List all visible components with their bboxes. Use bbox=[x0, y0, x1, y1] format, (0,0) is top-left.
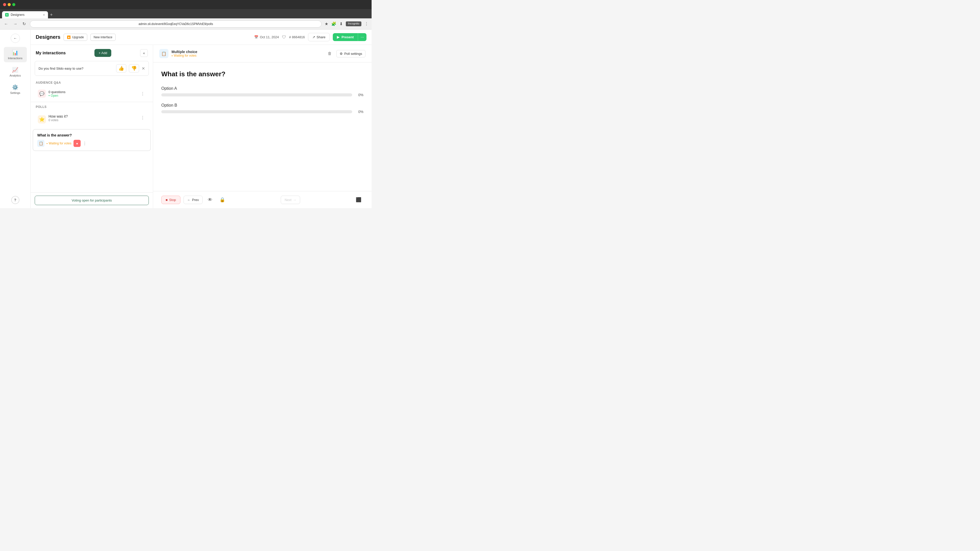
poll-waiting-status: Waiting for votes bbox=[172, 54, 323, 57]
tab-favicon: S bbox=[5, 13, 9, 17]
app-title: Designers bbox=[36, 34, 60, 40]
option-b-label: Option B bbox=[161, 103, 363, 108]
option-b-bar-container: 0% bbox=[161, 110, 363, 114]
interactions-panel: My interactions + Add « Do you find Slid… bbox=[30, 45, 153, 208]
reload-nav-button[interactable]: ↻ bbox=[21, 21, 27, 27]
header-event-code: # 8664816 bbox=[289, 35, 305, 39]
sidebar-item-analytics[interactable]: 📈 Analytics bbox=[4, 64, 27, 79]
present-button[interactable]: ▶ Present bbox=[333, 33, 358, 41]
add-interaction-button[interactable]: + Add bbox=[94, 49, 111, 57]
active-poll-status-row: 📋 Waiting for votes ■ ⋮ bbox=[37, 140, 146, 147]
present-icon: ▶ bbox=[337, 35, 339, 39]
poll-detail-header: 📋 Multiple choice Waiting for votes 🗑 ⚙ … bbox=[153, 45, 372, 62]
back-nav-button[interactable]: ← bbox=[3, 21, 9, 27]
stop-icon: ■ bbox=[165, 198, 168, 202]
poll-settings-button[interactable]: ⚙ Poll settings bbox=[336, 50, 366, 57]
polls-section-label: Polls bbox=[30, 103, 153, 111]
active-poll-card[interactable]: What is the answer? 📋 Waiting for votes … bbox=[33, 129, 151, 151]
sidebar: ← 📊 Interactions 📈 Analytics ⚙️ Settings… bbox=[0, 30, 30, 208]
tab-bar: S Designers ✕ + bbox=[0, 9, 372, 18]
new-interface-button[interactable]: New interface bbox=[90, 34, 116, 41]
close-window-button[interactable] bbox=[3, 3, 6, 6]
menu-icon[interactable]: ⋮ bbox=[364, 21, 369, 26]
audience-qa-item[interactable]: 💬 0 questions Open ⋮ bbox=[33, 87, 151, 100]
poll-type-info: Multiple choice Waiting for votes bbox=[172, 50, 323, 57]
incognito-badge: Incognito bbox=[346, 21, 361, 26]
delete-poll-button[interactable]: 🗑 bbox=[326, 50, 333, 57]
bookmark-icon[interactable]: ★ bbox=[325, 21, 328, 26]
qa-status: Open bbox=[48, 94, 137, 97]
collapse-panel-button[interactable]: « bbox=[140, 49, 148, 57]
app-layout: ← 📊 Interactions 📈 Analytics ⚙️ Settings… bbox=[0, 30, 372, 208]
sidebar-item-interactions[interactable]: 📊 Interactions bbox=[4, 47, 27, 62]
toolbar-stop-button[interactable]: ■ Stop bbox=[161, 196, 180, 204]
option-a-bar bbox=[161, 94, 352, 97]
star-poll-name: How was it? bbox=[48, 114, 137, 118]
option-b-bar bbox=[161, 110, 352, 113]
browser-chrome bbox=[0, 0, 372, 9]
poll-question-area: What is the answer? Option A 0% bbox=[153, 62, 372, 191]
header-date: 📅 Oct 11, 2024 bbox=[254, 35, 279, 39]
prev-icon: ← bbox=[187, 198, 191, 202]
voting-open-button[interactable]: Voting open for participants bbox=[35, 196, 149, 205]
share-button[interactable]: ↗ Share bbox=[308, 33, 330, 41]
hash-symbol: # bbox=[289, 35, 291, 39]
toolbar-prev-button[interactable]: ← Prev bbox=[183, 196, 203, 204]
active-tab[interactable]: S Designers ✕ bbox=[2, 11, 48, 18]
poll-option-b: Option B 0% bbox=[161, 103, 363, 114]
minimize-window-button[interactable] bbox=[8, 3, 11, 6]
sidebar-back-button[interactable]: ← bbox=[11, 34, 20, 43]
toolbar-qr-button[interactable]: ⬛ bbox=[354, 195, 363, 205]
audience-qa-section-label: Audience Q&A bbox=[30, 79, 153, 86]
star-poll-item[interactable]: ⭐ How was it? 0 votes ⋮ bbox=[33, 111, 151, 127]
qa-menu-button[interactable]: ⋮ bbox=[140, 90, 146, 97]
security-icon: 🛡 bbox=[282, 35, 286, 40]
qa-count: 0 questions bbox=[48, 90, 137, 94]
stop-poll-button[interactable]: ■ bbox=[73, 140, 81, 147]
maximize-window-button[interactable] bbox=[12, 3, 15, 6]
feedback-close-button[interactable]: ✕ bbox=[142, 66, 145, 71]
poll-option-a: Option A 0% bbox=[161, 86, 363, 97]
new-tab-button[interactable]: + bbox=[48, 11, 55, 18]
thumbs-up-button[interactable]: 👍 bbox=[116, 64, 126, 73]
poll-type-icon: 📋 bbox=[159, 49, 169, 58]
forward-nav-button[interactable]: → bbox=[12, 21, 18, 27]
interactions-label: Interactions bbox=[8, 57, 22, 60]
star-poll-icon: ⭐ bbox=[38, 115, 46, 124]
content-area: My interactions + Add « Do you find Slid… bbox=[30, 45, 372, 208]
option-a-percent: 0% bbox=[355, 93, 363, 97]
poll-detail-panel: 📋 Multiple choice Waiting for votes 🗑 ⚙ … bbox=[153, 45, 372, 208]
next-icon: → bbox=[293, 198, 296, 202]
analytics-icon: 📈 bbox=[12, 67, 18, 73]
star-poll-menu-button[interactable]: ⋮ bbox=[140, 114, 146, 121]
qa-icon: 💬 bbox=[38, 89, 46, 98]
option-b-percent: 0% bbox=[355, 110, 363, 114]
interactions-panel-header: My interactions + Add « bbox=[30, 45, 153, 61]
upgrade-button[interactable]: 🔼 Upgrade bbox=[64, 34, 87, 41]
calendar-icon: 📅 bbox=[254, 35, 258, 39]
toolbar-next-button[interactable]: Next → bbox=[281, 196, 300, 204]
download-icon[interactable]: ⬇ bbox=[339, 21, 343, 26]
app-header: Designers 🔼 Upgrade New interface 📅 Oct … bbox=[30, 30, 372, 45]
poll-question-text: What is the answer? bbox=[161, 70, 363, 78]
interactions-icon: 📊 bbox=[12, 49, 18, 56]
address-input[interactable] bbox=[30, 21, 321, 27]
qa-info: 0 questions Open bbox=[48, 90, 137, 97]
active-poll-waiting-status: Waiting for votes bbox=[46, 141, 72, 145]
poll-type-label: Multiple choice bbox=[172, 50, 323, 54]
help-button[interactable]: ? bbox=[11, 196, 19, 204]
active-poll-menu-button[interactable]: ⋮ bbox=[83, 141, 87, 146]
present-more-button[interactable]: ⋯ bbox=[358, 33, 366, 41]
thumbs-down-button[interactable]: 👎 bbox=[129, 64, 139, 73]
option-a-label: Option A bbox=[161, 86, 363, 91]
toolbar-lock-button[interactable]: 🔒 bbox=[218, 195, 227, 205]
tab-close-button[interactable]: ✕ bbox=[43, 14, 45, 16]
poll-toolbar: ■ Stop ← Prev 👁 🔒 Next → ⬛ bbox=[153, 191, 372, 208]
toolbar-eye-button[interactable]: 👁 bbox=[206, 195, 215, 205]
settings-label: Settings bbox=[10, 91, 21, 94]
sidebar-item-settings[interactable]: ⚙️ Settings bbox=[4, 82, 27, 97]
analytics-label: Analytics bbox=[10, 74, 21, 77]
settings-icon: ⚙️ bbox=[12, 84, 18, 90]
extensions-icon[interactable]: 🧩 bbox=[331, 21, 336, 26]
active-poll-card-title: What is the answer? bbox=[37, 133, 146, 137]
